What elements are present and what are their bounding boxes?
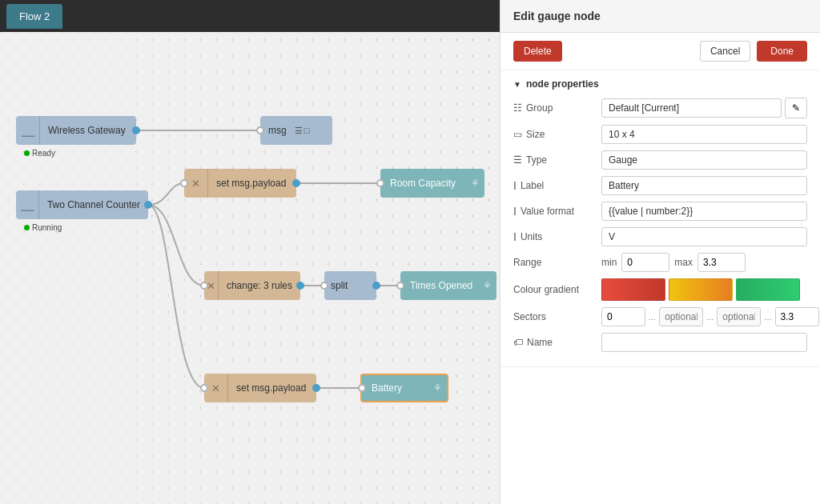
range-max-label: max [674, 257, 693, 268]
set-payload-1-label: set msg.payload [208, 173, 294, 194]
wires-svg [0, 32, 500, 504]
range-label: Range [513, 257, 601, 268]
size-icon: ▭ [513, 129, 522, 140]
label-icon: I [513, 179, 517, 192]
range-inputs: min max [601, 253, 746, 272]
node-msg[interactable]: msg ☰ □ [260, 116, 332, 145]
group-icon: ☷ [513, 102, 522, 114]
sector-0-input[interactable] [601, 307, 645, 326]
label-input[interactable] [601, 176, 807, 195]
two-channel-label: Two Channel Counter [39, 194, 148, 215]
name-row: 🏷 Name [513, 333, 807, 352]
wireless-gateway-label: Wireless Gateway [40, 120, 134, 141]
panel-toolbar-right: Cancel Done [700, 41, 807, 62]
panel-header: Edit gauge node [500, 0, 820, 33]
sector-optional1-input[interactable] [659, 307, 703, 326]
times-opened-label: Times Opened [400, 275, 480, 296]
type-select[interactable]: Gauge [601, 150, 807, 170]
two-channel-output-port[interactable] [144, 201, 152, 209]
cancel-button[interactable]: Cancel [700, 41, 750, 62]
node-times-opened[interactable]: Times Opened ⚘ [400, 271, 496, 300]
range-max-input[interactable] [697, 253, 746, 272]
node-change[interactable]: ✕ change: 3 rules [204, 271, 300, 300]
value-format-input[interactable] [601, 202, 807, 221]
group-label: ☷ Group [513, 102, 601, 114]
group-select[interactable]: Default [Current] [601, 98, 782, 118]
size-label: ▭ Size [513, 129, 601, 140]
type-icon: ☰ [513, 154, 522, 166]
panel-title: Edit gauge node [513, 10, 807, 22]
flow-tab-flow2[interactable]: Flow 2 [6, 4, 62, 29]
battery-input-port[interactable] [358, 384, 366, 392]
type-label: ☰ Type [513, 154, 601, 166]
node-two-channel[interactable]: ⎯⎯ Two Channel Counter Running [16, 190, 148, 219]
properties-panel: Edit gauge node Delete Cancel Done ▼ nod… [500, 0, 820, 504]
split-output-port[interactable] [372, 282, 380, 290]
change-input-port[interactable] [200, 282, 208, 290]
sector-dots-2: ... [706, 312, 713, 322]
set-payload-2-input-port[interactable] [200, 384, 208, 392]
label-row: I Label [513, 176, 807, 195]
section-label: node properties [526, 78, 599, 90]
name-input[interactable] [601, 333, 807, 352]
change-output-port[interactable] [296, 282, 304, 290]
section-header[interactable]: ▼ node properties [513, 78, 807, 90]
wireless-gateway-output-port[interactable] [132, 126, 140, 134]
group-edit-button[interactable]: ✎ [785, 98, 807, 118]
panel-toolbar-left: Delete [513, 41, 562, 62]
range-min-input[interactable] [621, 253, 669, 272]
wireless-gateway-status: Ready [24, 149, 55, 158]
done-button[interactable]: Done [757, 41, 807, 62]
sector-optional2-input[interactable] [717, 307, 761, 326]
times-opened-input-port[interactable] [396, 282, 404, 290]
canvas[interactable]: ⎯⎯ Wireless Gateway Ready msg ☰ □ ⎯⎯ Two… [0, 32, 500, 504]
sector-dots-1: ... [649, 312, 656, 322]
gradient-swatch-green[interactable] [736, 278, 800, 301]
wireless-gateway-icon: ⎯⎯ [16, 116, 40, 145]
units-label: I Units [513, 230, 601, 243]
colour-gradient-row: Colour gradient [513, 278, 807, 301]
node-wireless-gateway[interactable]: ⎯⎯ Wireless Gateway Ready [16, 116, 136, 145]
flow-editor: Flow 2 ⎯⎯ Wireless Gateway [0, 0, 500, 504]
change-label: change: 3 rules [219, 275, 300, 296]
set-payload-1-input-port[interactable] [180, 179, 188, 187]
battery-label: Battery [362, 378, 410, 398]
group-select-wrap: Default [Current] ✎ [601, 98, 807, 118]
value-format-row: I Value format [513, 202, 807, 221]
flow-tabs-bar: Flow 2 [0, 0, 500, 32]
gradient-swatches [601, 278, 800, 301]
type-row: ☰ Type Gauge [513, 150, 807, 170]
delete-button[interactable]: Delete [513, 41, 562, 62]
colour-gradient-label: Colour gradient [513, 284, 601, 295]
room-capacity-input-port[interactable] [376, 179, 384, 187]
split-input-port[interactable] [320, 282, 328, 290]
value-format-label: I Value format [513, 205, 601, 218]
split-label: split [324, 280, 354, 291]
size-input[interactable] [601, 125, 807, 144]
room-capacity-label: Room Capacity [380, 173, 464, 194]
range-row: Range min max [513, 253, 807, 272]
node-set-payload-1[interactable]: ✕ set msg.payload [184, 169, 296, 198]
node-set-payload-2[interactable]: ✕ set msg.payload [204, 374, 316, 402]
set-payload-2-label: set msg.payload [228, 378, 314, 398]
sector-end-input[interactable] [775, 307, 819, 326]
sectors-label: Sectors [513, 311, 601, 322]
node-battery[interactable]: Battery ⚘ [360, 374, 448, 402]
set-payload-2-output-port[interactable] [312, 384, 320, 392]
group-row: ☷ Group Default [Current] ✎ [513, 98, 807, 118]
two-channel-status-dot [24, 225, 30, 230]
units-input[interactable] [601, 227, 807, 246]
node-split[interactable]: split [324, 271, 376, 300]
msg-input-port[interactable] [256, 126, 264, 134]
wireless-gateway-status-dot [24, 150, 30, 156]
value-format-icon: I [513, 205, 517, 218]
units-row: I Units [513, 227, 807, 246]
gradient-swatch-red[interactable] [601, 278, 665, 301]
range-min-label: min [601, 257, 617, 268]
set-payload-1-output-port[interactable] [292, 179, 300, 187]
units-icon: I [513, 230, 517, 243]
sectors-inputs: ... ... ... [601, 307, 819, 326]
node-room-capacity[interactable]: Room Capacity ⚘ [380, 169, 484, 198]
times-opened-icon: ⚘ [483, 280, 492, 291]
gradient-swatch-yellow[interactable] [669, 278, 733, 301]
